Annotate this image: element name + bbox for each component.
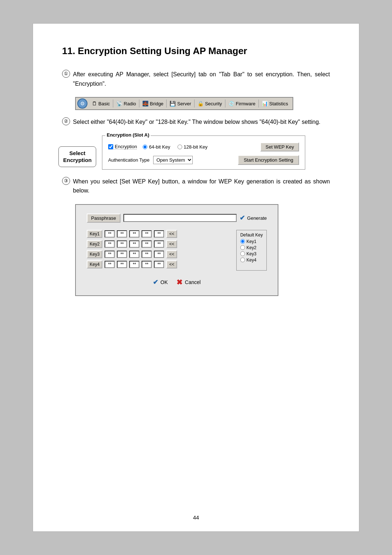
key1-button[interactable]: Key1: [87, 230, 102, 238]
key4-arrow-button[interactable]: <<: [166, 260, 177, 268]
key1-val5[interactable]: [154, 230, 164, 238]
tab-statistics[interactable]: 📊 Statistics: [259, 100, 291, 108]
default-key2-radio[interactable]: [240, 245, 245, 250]
key4-val1[interactable]: [105, 261, 115, 268]
key2-val2[interactable]: [117, 240, 127, 248]
tab-basic[interactable]: 🗒 Basic: [89, 100, 113, 108]
key3-val5[interactable]: [154, 251, 164, 258]
basic-icon: 🗒: [92, 101, 97, 106]
default-key3-radio[interactable]: [240, 251, 245, 256]
radio-64bit-input[interactable]: [143, 145, 147, 149]
wep-panel: Passphrase ✔ Generate Key1 <<: [75, 204, 278, 296]
cancel-button[interactable]: ✖ Cancel: [176, 278, 201, 287]
key2-val1[interactable]: [105, 240, 115, 248]
key2-arrow-button[interactable]: <<: [166, 240, 177, 248]
key1-val4[interactable]: [142, 230, 152, 238]
default-key4-option[interactable]: Key4: [240, 258, 263, 263]
key1-val3[interactable]: [129, 230, 139, 238]
page: 11. Encryption Setting Using AP Manager …: [33, 23, 359, 532]
step-3-text: When you select [Set WEP Key] button, a …: [73, 177, 330, 195]
key-row-4: Key4 <<: [87, 260, 230, 268]
tab-bridge[interactable]: 🌉 Bridge: [139, 100, 167, 108]
key1-val2[interactable]: [117, 230, 127, 238]
key3-button[interactable]: Key3: [87, 250, 102, 258]
default-key1-option[interactable]: Key1: [240, 239, 263, 244]
auth-type-select[interactable]: Open System: [153, 156, 193, 164]
start-encryption-button[interactable]: Start Encryption Setting: [238, 155, 299, 165]
step-2-text: Select either "64(40)-bit Key" or "128-b…: [73, 117, 330, 127]
key1-arrow-button[interactable]: <<: [166, 230, 177, 238]
step-1-text: After executing AP Manager, select [Secu…: [73, 70, 330, 88]
default-key-title: Default Key: [240, 232, 263, 238]
generate-button[interactable]: ✔ Generate: [240, 214, 267, 222]
tab-server[interactable]: 💾 Server: [167, 100, 194, 108]
radio-128bit[interactable]: 128-bit Key: [177, 144, 208, 150]
enc-row2: Authentication Type Open System Start En…: [108, 155, 299, 165]
key-area: Key1 << Key2 <<: [87, 230, 267, 271]
page-number: 44: [193, 514, 199, 520]
encryption-checkbox-label[interactable]: Encryption: [108, 144, 137, 150]
radio-group: 64-bit Key 128-bit Key: [143, 144, 207, 150]
passphrase-row: Passphrase ✔ Generate: [87, 214, 267, 223]
page-title: 11. Encryption Setting Using AP Manager: [62, 45, 330, 57]
step-3: ③ When you select [Set WEP Key] button, …: [62, 177, 330, 195]
key-row-2: Key2 <<: [87, 240, 230, 248]
radio-icon: 📡: [116, 101, 122, 106]
key4-button[interactable]: Key4: [87, 260, 102, 268]
tab-bar: ⚙ 🗒 Basic 📡 Radio 🌉 Bridge 💾 Server 🔒 Se…: [75, 97, 293, 110]
key3-val4[interactable]: [142, 251, 152, 258]
key2-val5[interactable]: [154, 240, 164, 248]
ok-cancel-row: ✔ OK ✖ Cancel: [87, 278, 267, 287]
default-key4-radio[interactable]: [240, 258, 245, 262]
tab-firmware[interactable]: 💿 Firmware: [225, 100, 259, 108]
key3-arrow-button[interactable]: <<: [166, 250, 177, 258]
key-row-1: Key1 <<: [87, 230, 230, 238]
key1-val1[interactable]: [105, 230, 115, 238]
tab-radio[interactable]: 📡 Radio: [113, 100, 139, 108]
enc-panel-title: Encryption (Slot A): [105, 132, 151, 138]
radio-128bit-input[interactable]: [177, 145, 182, 149]
default-key-group: Default Key Key1 Key2 Key3 Key4: [236, 230, 267, 271]
default-key3-option[interactable]: Key3: [240, 251, 263, 256]
ok-button[interactable]: ✔ OK: [153, 278, 168, 286]
key-row-3: Key3 <<: [87, 250, 230, 258]
encryption-checkbox[interactable]: [108, 144, 113, 149]
key2-button[interactable]: Key2: [87, 240, 102, 248]
cancel-x-icon: ✖: [176, 278, 183, 287]
default-key1-radio[interactable]: [240, 239, 245, 244]
key2-val4[interactable]: [142, 240, 152, 248]
radio-64bit[interactable]: 64-bit Key: [143, 144, 170, 150]
key-rows: Key1 << Key2 <<: [87, 230, 230, 271]
step-1: ① After executing AP Manager, select [Se…: [62, 70, 330, 88]
key4-val3[interactable]: [129, 261, 139, 268]
passphrase-label: Passphrase: [87, 214, 121, 223]
key3-val2[interactable]: [117, 251, 127, 258]
passphrase-input[interactable]: [123, 214, 237, 222]
ok-check-icon: ✔: [153, 278, 158, 286]
key4-val5[interactable]: [154, 261, 164, 268]
select-encryption-label: Select Encryption: [58, 146, 96, 167]
statistics-icon: 📊: [262, 101, 268, 106]
tab-bar-container: ⚙ 🗒 Basic 📡 Radio 🌉 Bridge 💾 Server 🔒 Se…: [75, 97, 330, 110]
key3-val3[interactable]: [129, 251, 139, 258]
key2-val3[interactable]: [129, 240, 139, 248]
encryption-panel: Encryption (Slot A) Encryption 64-bit Ke…: [102, 135, 305, 170]
key4-val2[interactable]: [117, 261, 127, 268]
tab-security[interactable]: 🔒 Security: [195, 100, 225, 108]
step-3-number: ③: [62, 177, 70, 185]
key3-val1[interactable]: [105, 251, 115, 258]
step-1-number: ①: [62, 70, 70, 78]
default-key2-option[interactable]: Key2: [240, 245, 263, 250]
generate-check-icon: ✔: [240, 214, 245, 222]
step-2: ② Select either "64(40)-bit Key" or "128…: [62, 117, 330, 127]
bridge-icon: 🌉: [142, 101, 148, 106]
security-icon: 🔒: [197, 101, 204, 106]
enc-row1: Encryption 64-bit Key 128-bit Key Set WE…: [108, 142, 299, 151]
server-icon: 💾: [170, 101, 176, 106]
set-wep-key-button[interactable]: Set WEP Key: [260, 142, 299, 151]
step-2-number: ②: [62, 117, 70, 125]
encryption-area: Select Encryption Encryption (Slot A) En…: [62, 135, 330, 170]
key4-val4[interactable]: [142, 261, 152, 268]
tab-bar-logo: ⚙: [77, 98, 87, 109]
firmware-icon: 💿: [228, 101, 234, 106]
